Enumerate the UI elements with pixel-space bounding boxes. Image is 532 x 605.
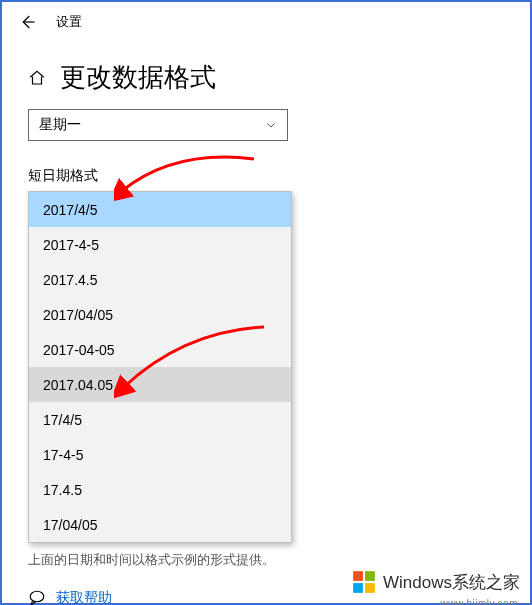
app-name: 设置 xyxy=(56,13,82,31)
watermark: Windows系统之家 xyxy=(351,569,520,595)
title-bar: 设置 xyxy=(2,2,530,42)
page-header: 更改数据格式 xyxy=(2,42,530,109)
short-date-option[interactable]: 17/04/05 xyxy=(29,507,291,542)
back-icon[interactable] xyxy=(18,13,36,31)
weekday-dropdown-value: 星期一 xyxy=(39,116,81,134)
short-date-option[interactable]: 17/4/5 xyxy=(29,402,291,437)
watermark-url: www.bjjmlv.com xyxy=(441,598,518,605)
chevron-down-icon xyxy=(265,119,277,131)
svg-point-0 xyxy=(30,591,44,602)
short-date-option-list[interactable]: 2017/4/52017-4-52017.4.52017/04/052017-0… xyxy=(28,191,292,543)
short-date-label: 短日期格式 xyxy=(28,167,504,185)
short-date-option[interactable]: 2017.4.5 xyxy=(29,262,291,297)
home-icon[interactable] xyxy=(28,69,46,87)
svg-rect-2 xyxy=(365,571,375,581)
svg-rect-1 xyxy=(353,571,363,581)
get-help-link[interactable]: 获取帮助 xyxy=(56,589,112,605)
weekday-dropdown[interactable]: 星期一 xyxy=(28,109,288,141)
watermark-brand: Windows系统之家 xyxy=(383,571,520,594)
short-date-option[interactable]: 2017/04/05 xyxy=(29,297,291,332)
short-date-option[interactable]: 17.4.5 xyxy=(29,472,291,507)
page-title: 更改数据格式 xyxy=(60,60,216,95)
svg-rect-3 xyxy=(353,583,363,593)
svg-rect-4 xyxy=(365,583,375,593)
format-caption: 上面的日期和时间以格式示例的形式提供。 xyxy=(28,551,504,569)
short-date-option[interactable]: 2017.04.05 xyxy=(29,367,291,402)
windows-logo-icon xyxy=(351,569,377,595)
short-date-option[interactable]: 2017-04-05 xyxy=(29,332,291,367)
short-date-option[interactable]: 17-4-5 xyxy=(29,437,291,472)
window-frame: 设置 更改数据格式 星期一 短日期格式 2017/4/52017-4-52017… xyxy=(0,0,532,605)
short-date-option[interactable]: 2017-4-5 xyxy=(29,227,291,262)
chat-icon xyxy=(28,589,46,605)
short-date-option[interactable]: 2017/4/5 xyxy=(29,192,291,227)
